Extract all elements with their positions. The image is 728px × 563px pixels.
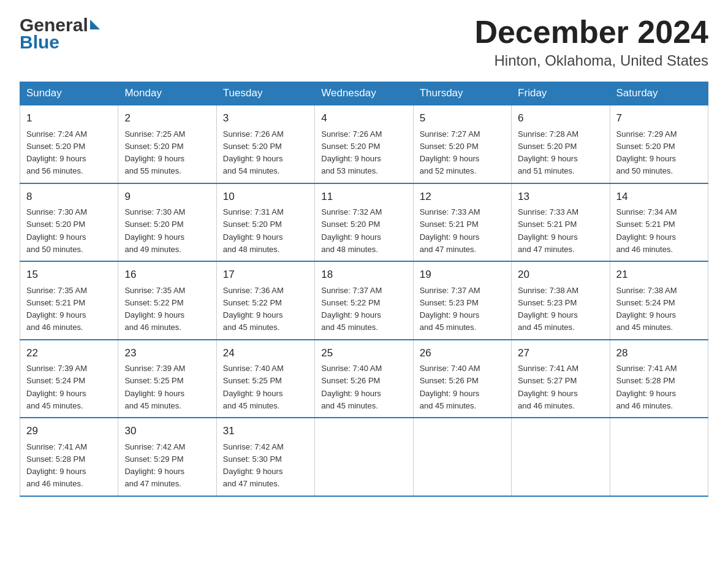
calendar-cell [413, 418, 511, 496]
day-number: 25 [321, 345, 406, 361]
logo-triangle-icon [90, 20, 100, 29]
day-number: 17 [223, 267, 308, 283]
day-info: Sunrise: 7:39 AMSunset: 5:25 PMDaylight:… [124, 364, 185, 410]
calendar-table: SundayMondayTuesdayWednesdayThursdayFrid… [20, 82, 708, 497]
calendar-cell: 24Sunrise: 7:40 AMSunset: 5:25 PMDayligh… [216, 340, 314, 418]
calendar-cell: 20Sunrise: 7:38 AMSunset: 5:23 PMDayligh… [512, 261, 610, 340]
calendar-cell: 17Sunrise: 7:36 AMSunset: 5:22 PMDayligh… [216, 261, 314, 340]
day-number: 19 [420, 267, 505, 283]
day-number: 22 [26, 345, 112, 361]
calendar-cell: 18Sunrise: 7:37 AMSunset: 5:22 PMDayligh… [315, 261, 413, 340]
calendar-cell [512, 418, 610, 496]
day-number: 13 [518, 189, 603, 205]
day-info: Sunrise: 7:37 AMSunset: 5:22 PMDaylight:… [321, 286, 382, 332]
day-number: 31 [223, 423, 308, 439]
location-subtitle: Hinton, Oklahoma, United States [474, 52, 708, 69]
day-info: Sunrise: 7:40 AMSunset: 5:26 PMDaylight:… [321, 364, 382, 410]
calendar-cell: 11Sunrise: 7:32 AMSunset: 5:20 PMDayligh… [315, 183, 413, 262]
day-number: 20 [518, 267, 603, 283]
col-header-saturday: Saturday [610, 82, 708, 105]
day-info: Sunrise: 7:40 AMSunset: 5:26 PMDaylight:… [420, 364, 480, 410]
day-number: 16 [124, 267, 210, 283]
day-number: 8 [26, 189, 112, 205]
calendar-cell: 15Sunrise: 7:35 AMSunset: 5:21 PMDayligh… [20, 261, 118, 340]
calendar-cell: 27Sunrise: 7:41 AMSunset: 5:27 PMDayligh… [512, 340, 610, 418]
calendar-cell: 1Sunrise: 7:24 AMSunset: 5:20 PMDaylight… [20, 105, 118, 183]
calendar-cell: 19Sunrise: 7:37 AMSunset: 5:23 PMDayligh… [413, 261, 511, 340]
calendar-cell: 30Sunrise: 7:42 AMSunset: 5:29 PMDayligh… [118, 418, 216, 496]
calendar-cell: 23Sunrise: 7:39 AMSunset: 5:25 PMDayligh… [118, 340, 216, 418]
day-info: Sunrise: 7:38 AMSunset: 5:24 PMDaylight:… [616, 286, 677, 332]
col-header-friday: Friday [512, 82, 610, 105]
day-info: Sunrise: 7:41 AMSunset: 5:27 PMDaylight:… [518, 364, 578, 410]
day-number: 26 [420, 345, 505, 361]
col-header-thursday: Thursday [413, 82, 511, 105]
calendar-cell: 5Sunrise: 7:27 AMSunset: 5:20 PMDaylight… [413, 105, 511, 183]
calendar-cell: 2Sunrise: 7:25 AMSunset: 5:20 PMDaylight… [118, 105, 216, 183]
day-number: 4 [321, 110, 406, 126]
day-info: Sunrise: 7:26 AMSunset: 5:20 PMDaylight:… [223, 129, 284, 176]
day-number: 12 [420, 189, 505, 205]
day-info: Sunrise: 7:36 AMSunset: 5:22 PMDaylight:… [223, 286, 284, 332]
day-info: Sunrise: 7:42 AMSunset: 5:30 PMDaylight:… [223, 442, 284, 489]
month-title: December 2024 [474, 15, 708, 50]
calendar-cell [315, 418, 413, 496]
calendar-cell: 3Sunrise: 7:26 AMSunset: 5:20 PMDaylight… [216, 105, 314, 183]
day-number: 15 [26, 267, 112, 283]
day-info: Sunrise: 7:26 AMSunset: 5:20 PMDaylight:… [321, 129, 382, 176]
day-number: 9 [124, 189, 210, 205]
day-info: Sunrise: 7:25 AMSunset: 5:20 PMDaylight:… [124, 129, 185, 176]
day-info: Sunrise: 7:33 AMSunset: 5:21 PMDaylight:… [518, 207, 578, 254]
calendar-cell: 7Sunrise: 7:29 AMSunset: 5:20 PMDaylight… [610, 105, 708, 183]
day-number: 14 [616, 189, 702, 205]
calendar-cell: 14Sunrise: 7:34 AMSunset: 5:21 PMDayligh… [610, 183, 708, 262]
day-info: Sunrise: 7:27 AMSunset: 5:20 PMDaylight:… [420, 129, 480, 176]
calendar-cell: 21Sunrise: 7:38 AMSunset: 5:24 PMDayligh… [610, 261, 708, 340]
day-info: Sunrise: 7:33 AMSunset: 5:21 PMDaylight:… [420, 207, 480, 254]
calendar-cell: 13Sunrise: 7:33 AMSunset: 5:21 PMDayligh… [512, 183, 610, 262]
day-info: Sunrise: 7:29 AMSunset: 5:20 PMDaylight:… [616, 129, 677, 176]
logo: General Blue [20, 15, 100, 52]
calendar-week-row: 29Sunrise: 7:41 AMSunset: 5:28 PMDayligh… [20, 418, 708, 496]
day-number: 1 [26, 110, 112, 126]
day-info: Sunrise: 7:37 AMSunset: 5:23 PMDaylight:… [420, 286, 480, 332]
calendar-cell: 22Sunrise: 7:39 AMSunset: 5:24 PMDayligh… [20, 340, 118, 418]
calendar-cell: 16Sunrise: 7:35 AMSunset: 5:22 PMDayligh… [118, 261, 216, 340]
day-info: Sunrise: 7:35 AMSunset: 5:21 PMDaylight:… [26, 286, 87, 332]
day-info: Sunrise: 7:30 AMSunset: 5:20 PMDaylight:… [26, 207, 87, 254]
day-number: 2 [124, 110, 210, 126]
title-block: December 2024 Hinton, Oklahoma, United S… [474, 15, 708, 69]
day-number: 23 [124, 345, 210, 361]
day-info: Sunrise: 7:32 AMSunset: 5:20 PMDaylight:… [321, 207, 382, 254]
calendar-header-row: SundayMondayTuesdayWednesdayThursdayFrid… [20, 82, 708, 105]
calendar-cell: 8Sunrise: 7:30 AMSunset: 5:20 PMDaylight… [20, 183, 118, 262]
calendar-cell: 10Sunrise: 7:31 AMSunset: 5:20 PMDayligh… [216, 183, 314, 262]
day-number: 10 [223, 189, 308, 205]
day-number: 24 [223, 345, 308, 361]
col-header-monday: Monday [118, 82, 216, 105]
calendar-cell: 12Sunrise: 7:33 AMSunset: 5:21 PMDayligh… [413, 183, 511, 262]
calendar-cell: 6Sunrise: 7:28 AMSunset: 5:20 PMDaylight… [512, 105, 610, 183]
day-info: Sunrise: 7:38 AMSunset: 5:23 PMDaylight:… [518, 286, 578, 332]
col-header-tuesday: Tuesday [216, 82, 314, 105]
day-number: 5 [420, 110, 505, 126]
calendar-cell: 28Sunrise: 7:41 AMSunset: 5:28 PMDayligh… [610, 340, 708, 418]
col-header-sunday: Sunday [20, 82, 118, 105]
day-number: 29 [26, 423, 112, 439]
day-info: Sunrise: 7:34 AMSunset: 5:21 PMDaylight:… [616, 207, 677, 254]
day-info: Sunrise: 7:35 AMSunset: 5:22 PMDaylight:… [124, 286, 185, 332]
logo-blue-text: Blue [20, 33, 100, 52]
day-number: 28 [616, 345, 702, 361]
day-info: Sunrise: 7:42 AMSunset: 5:29 PMDaylight:… [124, 442, 185, 489]
day-number: 3 [223, 110, 308, 126]
day-info: Sunrise: 7:24 AMSunset: 5:20 PMDaylight:… [26, 129, 87, 176]
day-number: 30 [124, 423, 210, 439]
col-header-wednesday: Wednesday [315, 82, 413, 105]
calendar-cell: 26Sunrise: 7:40 AMSunset: 5:26 PMDayligh… [413, 340, 511, 418]
calendar-cell: 31Sunrise: 7:42 AMSunset: 5:30 PMDayligh… [216, 418, 314, 496]
day-number: 11 [321, 189, 406, 205]
calendar-cell: 25Sunrise: 7:40 AMSunset: 5:26 PMDayligh… [315, 340, 413, 418]
day-number: 6 [518, 110, 603, 126]
calendar-cell [610, 418, 708, 496]
calendar-week-row: 22Sunrise: 7:39 AMSunset: 5:24 PMDayligh… [20, 340, 708, 418]
